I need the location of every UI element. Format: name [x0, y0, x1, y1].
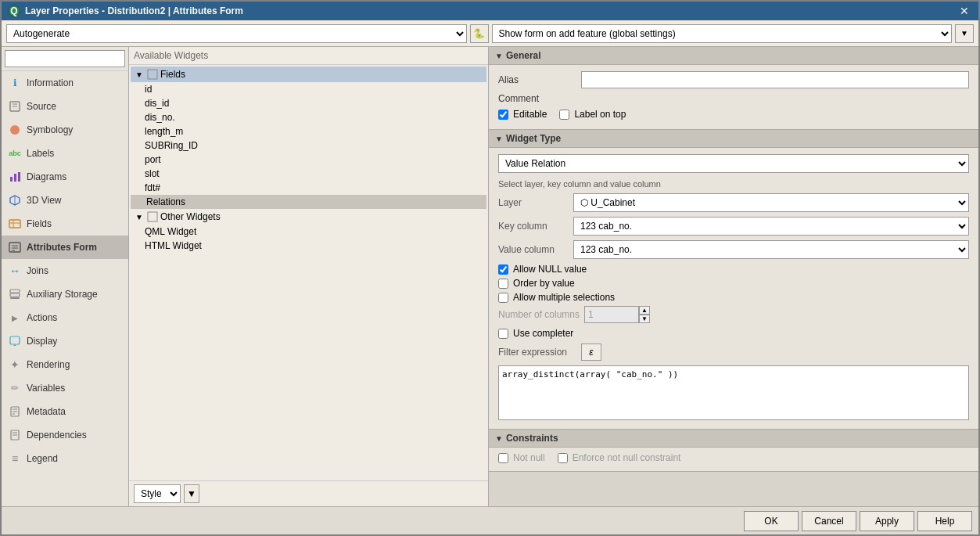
allow-multiple-checkbox[interactable] [498, 293, 508, 303]
enforce-not-null-checkbox[interactable] [558, 453, 568, 463]
sidebar-item-variables[interactable]: ✏ Variables [2, 376, 128, 400]
field-subring_id-label: SUBRing_ID [145, 140, 198, 151]
apply-button[interactable]: Apply [860, 511, 914, 531]
num-columns-up[interactable]: ▲ [639, 306, 650, 315]
sidebar-item-information[interactable]: ℹ Information [2, 71, 128, 95]
sidebar-item-labels[interactable]: abc Labels [2, 142, 128, 165]
tree-field-id[interactable]: id [131, 82, 486, 96]
alias-label: Alias [498, 74, 576, 85]
center-panel-header: Available Widgets [129, 47, 488, 65]
sidebar-label-fields: Fields [27, 218, 52, 229]
tree-field-dis_no[interactable]: dis_no. [131, 110, 486, 124]
tree-field-fdt[interactable]: fdt# [131, 181, 486, 195]
general-section-header[interactable]: ▼ General [489, 47, 978, 65]
cancel-button[interactable]: Cancel [802, 511, 856, 531]
constraints-section-header[interactable]: ▼ Constraints [489, 430, 978, 448]
tree-qml-widget[interactable]: QML Widget [131, 225, 486, 239]
sidebar-item-joins[interactable]: ↔ Joins [2, 259, 128, 282]
allow-null-checkbox[interactable] [498, 264, 508, 275]
tree-field-slot[interactable]: slot [131, 167, 486, 181]
help-button[interactable]: Help [917, 511, 972, 531]
filter-expression-btn[interactable]: ε [581, 344, 601, 361]
key-column-combo[interactable]: 123 cab_no. [573, 217, 969, 236]
top-toolbar: Autogenerate 🐍 Show form on add feature … [2, 20, 978, 47]
style-arrow-btn[interactable]: ▼ [184, 484, 199, 503]
sub-label: Select layer, key column and value colum… [498, 179, 969, 189]
tree-fields-group[interactable]: ▼ Fields [131, 67, 486, 82]
not-null-row: Not null Enforce not null constraint [498, 452, 969, 463]
sidebar-item-attributes-form[interactable]: Attributes Form [2, 236, 128, 259]
sidebar-label-attributes-form: Attributes Form [27, 242, 97, 253]
tree-html-widget[interactable]: HTML Widget [131, 239, 486, 253]
ok-button[interactable]: OK [744, 511, 799, 531]
tree-relations-group[interactable]: ▶ Relations [131, 195, 486, 209]
order-by-value-checkbox[interactable] [498, 279, 508, 289]
legend-icon: ≡ [8, 451, 22, 466]
other-widgets-arrow: ▼ [134, 213, 145, 221]
sidebar-label-actions: Actions [27, 312, 57, 323]
editable-checkbox[interactable] [498, 110, 508, 120]
value-column-combo[interactable]: 123 cab_no. [573, 240, 969, 259]
tree-area: ▼ Fields id dis_id dis_no. length_m [129, 65, 488, 480]
style-combo[interactable]: Style [134, 484, 181, 503]
general-arrow: ▼ [495, 52, 503, 60]
sidebar-item-fields[interactable]: Fields [2, 212, 128, 236]
tree-other-widgets-group[interactable]: ▼ Other Widgets [131, 209, 486, 225]
sidebar-item-legend[interactable]: ≡ Legend [2, 447, 128, 470]
widget-type-section-header[interactable]: ▼ Widget Type [489, 130, 978, 148]
right-panel: ▼ General Alias Comment Editable [489, 47, 978, 506]
enforce-not-null-label: Enforce not null constraint [573, 452, 681, 463]
sidebar-item-diagrams[interactable]: Diagrams [2, 165, 128, 189]
sidebar-item-auxiliary-storage[interactable]: Auxiliary Storage [2, 282, 128, 306]
label-on-top-checkbox[interactable] [559, 110, 569, 120]
field-dis_no-label: dis_no. [145, 112, 175, 123]
close-button[interactable]: ✕ [957, 5, 972, 17]
layer-combo[interactable]: ⬡ U_Cabinet [573, 193, 969, 212]
use-completer-checkbox[interactable] [498, 329, 508, 339]
auxiliary-storage-icon [8, 287, 22, 301]
show-form-combo[interactable]: Show form on add feature (global setting… [492, 24, 953, 43]
allow-multiple-row: Allow multiple selections [498, 292, 969, 303]
widget-type-combo[interactable]: Value Relation [498, 154, 969, 173]
sidebar-item-actions[interactable]: ▶ Actions [2, 306, 128, 329]
rendering-icon: ✦ [8, 358, 22, 372]
fields-arrow: ▼ [134, 70, 145, 79]
svg-rect-11 [9, 220, 20, 228]
tree-field-length_m[interactable]: length_m [131, 124, 486, 138]
sidebar-item-3dview[interactable]: 3D View [2, 189, 128, 212]
dependencies-icon [8, 428, 22, 442]
fields-group-label: Fields [160, 69, 185, 80]
sidebar-item-symbology[interactable]: Symbology [2, 118, 128, 142]
bottom-bar: OK Cancel Apply Help [2, 506, 978, 534]
python-button[interactable]: 🐍 [470, 24, 489, 43]
display-icon [8, 334, 22, 348]
expression-textarea[interactable]: array_distinct(array( "cab_no." )) [498, 365, 969, 420]
epsilon-icon: ε [589, 347, 593, 358]
sidebar-item-dependencies[interactable]: Dependencies [2, 423, 128, 447]
num-columns-row: Number of columns ▲ ▼ [498, 306, 969, 323]
sidebar-item-source[interactable]: Source [2, 95, 128, 118]
autogenerate-combo[interactable]: Autogenerate [6, 24, 467, 43]
num-columns-down[interactable]: ▼ [639, 315, 650, 323]
show-form-arrow-btn[interactable]: ▼ [955, 24, 974, 43]
tree-field-subring_id[interactable]: SUBRing_ID [131, 138, 486, 153]
not-null-checkbox[interactable] [498, 453, 508, 463]
sidebar-item-metadata[interactable]: Metadata [2, 400, 128, 423]
sidebar-item-display[interactable]: Display [2, 329, 128, 353]
tree-field-dis_id[interactable]: dis_id [131, 96, 486, 110]
widget-type-section-title: Widget Type [506, 133, 561, 144]
num-columns-input[interactable] [584, 306, 639, 323]
key-column-row: Key column 123 cab_no. [498, 217, 969, 236]
svg-rect-30 [148, 212, 157, 221]
sidebar-search-input[interactable] [5, 50, 125, 67]
attributes-form-icon [8, 240, 22, 254]
field-fdt-label: fdt# [145, 182, 160, 193]
alias-input[interactable] [581, 71, 969, 88]
sidebar-item-rendering[interactable]: ✦ Rendering [2, 353, 128, 376]
svg-rect-8 [18, 172, 20, 182]
use-completer-row: Use completer [498, 328, 969, 339]
other-widgets-icon [146, 210, 159, 223]
tree-field-port[interactable]: port [131, 153, 486, 167]
information-icon: ℹ [8, 76, 22, 90]
constraints-arrow: ▼ [495, 434, 503, 443]
